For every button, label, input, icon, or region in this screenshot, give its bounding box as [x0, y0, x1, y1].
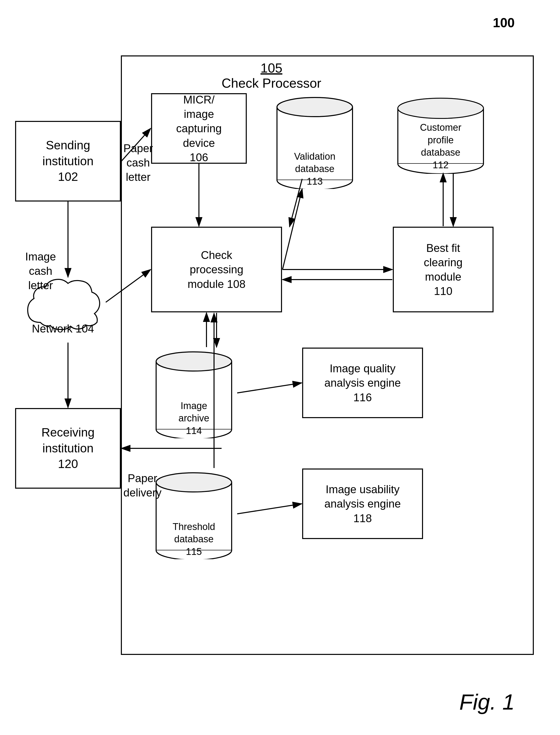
validation-db-label: Validation database 113 — [272, 150, 358, 188]
check-processing-label: Check processing module 108 — [188, 248, 246, 291]
sending-institution-box: Sending institution 102 — [15, 121, 121, 201]
paper-delivery-label: Paper delivery — [123, 471, 162, 500]
validation-db-cylinder: Validation database 113 — [272, 93, 358, 189]
svg-point-9 — [156, 473, 232, 492]
image-archive-cylinder: Image archive 114 — [151, 347, 237, 438]
image-usability-box: Image usability analysis engine 118 — [302, 469, 423, 539]
receiving-institution-box: Receiving institution 120 — [15, 408, 121, 489]
threshold-db-label: Threshold database 115 — [151, 521, 237, 558]
fig-label: Fig. 1 — [459, 689, 515, 715]
check-processor-label: 105 Check Processor — [222, 60, 321, 91]
svg-point-2 — [398, 98, 483, 118]
customer-profile-label: Customer profile database 112 — [393, 121, 488, 171]
network-label: Network 104 — [20, 322, 106, 335]
sending-institution-label: Sending institution 102 — [43, 137, 94, 185]
micr-device-label: MICR/ image capturing device 106 — [176, 92, 222, 164]
image-quality-label: Image quality analysis engine 116 — [324, 361, 401, 405]
svg-point-7 — [156, 352, 232, 371]
micr-device-box: MICR/ image capturing device 106 — [151, 93, 247, 164]
best-fit-label: Best fit clearing module 110 — [424, 241, 463, 298]
image-quality-box: Image quality analysis engine 116 — [302, 347, 423, 418]
threshold-db-cylinder: Threshold database 115 — [151, 469, 237, 559]
customer-profile-cylinder: Customer profile database 112 — [393, 93, 488, 174]
diagram: 100 105 Check Processor Sending institut… — [0, 0, 560, 735]
paper-cash-letter-label: Paper cash letter — [123, 141, 153, 184]
image-cash-letter-label: Image cash letter — [25, 249, 56, 293]
image-usability-label: Image usability analysis engine 118 — [324, 482, 401, 526]
receiving-institution-label: Receiving institution 120 — [42, 425, 95, 472]
check-processing-box: Check processing module 108 — [151, 227, 282, 312]
ref-100-label: 100 — [493, 15, 515, 30]
image-archive-label: Image archive 114 — [151, 400, 237, 437]
best-fit-box: Best fit clearing module 110 — [393, 227, 494, 312]
